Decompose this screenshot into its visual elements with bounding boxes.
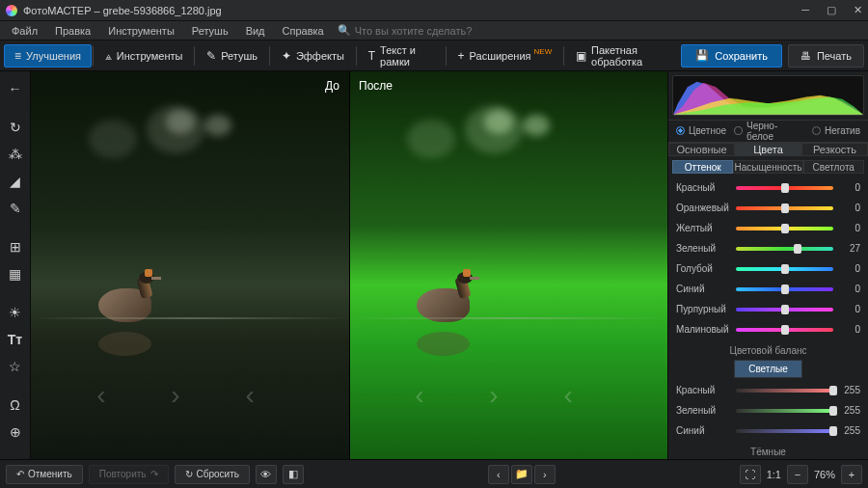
- fit-button[interactable]: ⛶: [740, 465, 761, 484]
- hue-value: 0: [837, 182, 860, 193]
- separator: [194, 46, 195, 66]
- tab-extensions[interactable]: +РасширенияNEW: [448, 44, 563, 68]
- balance-name: Зеленый: [676, 405, 732, 416]
- undo-icon: ↶: [16, 469, 24, 479]
- hue-slider[interactable]: [736, 206, 833, 210]
- after-label: После: [359, 79, 393, 93]
- zoom-controls: ⛶ 1:1 − 76% +: [740, 465, 862, 484]
- histogram[interactable]: [672, 75, 864, 116]
- hue-slider[interactable]: [736, 328, 833, 332]
- light-button[interactable]: ☀: [4, 301, 27, 324]
- auto-button[interactable]: ↻: [4, 116, 27, 139]
- hue-value: 0: [837, 284, 860, 294]
- hue-value: 0: [837, 203, 860, 213]
- compare-divider[interactable]: [349, 71, 350, 459]
- text-tool-button[interactable]: Tт: [4, 328, 27, 351]
- hue-slider[interactable]: [736, 186, 833, 190]
- hue-slider[interactable]: [736, 287, 833, 291]
- tab-effects[interactable]: ✦Эффекты: [271, 44, 355, 68]
- text-icon: T: [368, 49, 375, 63]
- hue-slider[interactable]: [736, 308, 833, 312]
- mode-negative[interactable]: Негатив: [812, 125, 860, 136]
- maximize-button[interactable]: ▢: [827, 4, 836, 16]
- undo-button[interactable]: ↶Отменить: [6, 465, 83, 484]
- back-button[interactable]: ←: [4, 77, 27, 100]
- adjust-tabs: Основные Цвета Резкость: [668, 143, 868, 157]
- face-button[interactable]: Ω: [4, 393, 27, 417]
- menu-tools[interactable]: Инструменты: [100, 23, 182, 39]
- save-button-label: Сохранить: [715, 50, 768, 62]
- radio-icon: [812, 126, 821, 135]
- file-nav: ‹ 📁 ›: [488, 465, 556, 484]
- titlebar: ФотоМАСТЕР – grebe-5936866_1280.jpg ─ ▢ …: [0, 0, 868, 21]
- preview-toggle[interactable]: 👁: [256, 465, 277, 484]
- separator: [356, 46, 357, 66]
- globe-button[interactable]: ⊕: [4, 420, 27, 444]
- filter-button[interactable]: ⊞: [4, 235, 27, 258]
- before-pane: До ‹ › ‹: [31, 71, 349, 459]
- hue-name: Оранжевый: [676, 203, 732, 213]
- tab-tools[interactable]: ⟁Инструменты: [95, 44, 194, 68]
- balance-slider[interactable]: [736, 409, 833, 413]
- print-button[interactable]: 🖶Печать: [788, 44, 864, 68]
- balance-tab-light[interactable]: Светлые: [734, 360, 802, 378]
- mode-color[interactable]: Цветное: [676, 125, 726, 136]
- tab-improvements[interactable]: ≡Улучшения: [4, 44, 92, 68]
- redo-label: Повторить: [99, 469, 147, 479]
- hue-value: 0: [837, 304, 860, 314]
- zoom-out-button[interactable]: −: [787, 465, 808, 484]
- tab-retouch[interactable]: ✎Ретушь: [196, 44, 268, 68]
- balance-slider[interactable]: [736, 389, 833, 393]
- next-image-button[interactable]: ›: [534, 465, 556, 484]
- mode-bw-label: Черно-белое: [746, 121, 804, 142]
- hue-row: Желтый 0: [676, 220, 860, 236]
- menu-view[interactable]: Вид: [238, 23, 273, 39]
- balance-row: Синий 255: [676, 422, 860, 439]
- canvas[interactable]: До ‹ › ‹ После ‹ › ‹: [31, 71, 667, 459]
- balance-slider[interactable]: [736, 429, 833, 433]
- curves-button[interactable]: ⁂: [4, 143, 27, 166]
- sticker-button[interactable]: ☆: [4, 355, 27, 378]
- mode-negative-label: Негатив: [825, 125, 860, 136]
- tab-basic[interactable]: Основные: [668, 143, 735, 157]
- zoom-ratio[interactable]: 1:1: [767, 469, 781, 480]
- minimize-button[interactable]: ─: [801, 4, 809, 16]
- hue-slider[interactable]: [736, 227, 833, 230]
- color-balance-title: Цветовой баланс: [668, 345, 868, 356]
- compare-toggle[interactable]: ◧: [283, 465, 304, 484]
- gradient-button[interactable]: ▦: [4, 262, 27, 285]
- balance-value: 255: [837, 385, 860, 395]
- browse-button[interactable]: 📁: [511, 465, 532, 484]
- close-button[interactable]: ✕: [854, 4, 862, 16]
- zoom-in-button[interactable]: +: [841, 465, 862, 484]
- subtab-hue[interactable]: Оттенок: [672, 160, 733, 174]
- prev-image-button[interactable]: ‹: [488, 465, 509, 484]
- mode-bw[interactable]: Черно-белое: [734, 121, 804, 142]
- crop-tool-button[interactable]: ◢: [4, 170, 27, 193]
- brush-tool-button[interactable]: ✎: [4, 197, 27, 220]
- help-search-input[interactable]: [355, 25, 500, 37]
- color-mode-row: Цветное Черно-белое Негатив: [668, 120, 868, 143]
- save-button[interactable]: 💾Сохранить: [681, 44, 782, 68]
- redo-button[interactable]: Повторить↷: [89, 465, 169, 484]
- subtab-saturation[interactable]: Насыщенность: [733, 160, 802, 174]
- brush-icon: ✎: [206, 49, 216, 63]
- tab-colors[interactable]: Цвета: [735, 143, 801, 157]
- hue-slider[interactable]: [736, 247, 833, 251]
- print-icon: 🖶: [800, 50, 811, 62]
- tab-sharpness[interactable]: Резкость: [801, 143, 868, 157]
- hue-name: Синий: [676, 284, 732, 294]
- tab-batch[interactable]: ▣Пакетная обработка: [565, 44, 681, 68]
- separator: [446, 46, 447, 66]
- menu-help[interactable]: Справка: [275, 23, 332, 39]
- hue-name: Красный: [676, 182, 732, 193]
- reset-button[interactable]: ↻Сбросить: [175, 465, 250, 484]
- menu-retouch[interactable]: Ретушь: [184, 23, 236, 39]
- tab-batch-label: Пакетная обработка: [591, 44, 670, 68]
- tab-retouch-label: Ретушь: [221, 50, 258, 62]
- hue-slider[interactable]: [736, 267, 833, 271]
- menu-file[interactable]: Файл: [4, 23, 45, 39]
- menu-edit[interactable]: Правка: [47, 23, 98, 39]
- subtab-luminance[interactable]: Светлота: [803, 160, 864, 174]
- tab-text[interactable]: TТекст и рамки: [358, 44, 445, 68]
